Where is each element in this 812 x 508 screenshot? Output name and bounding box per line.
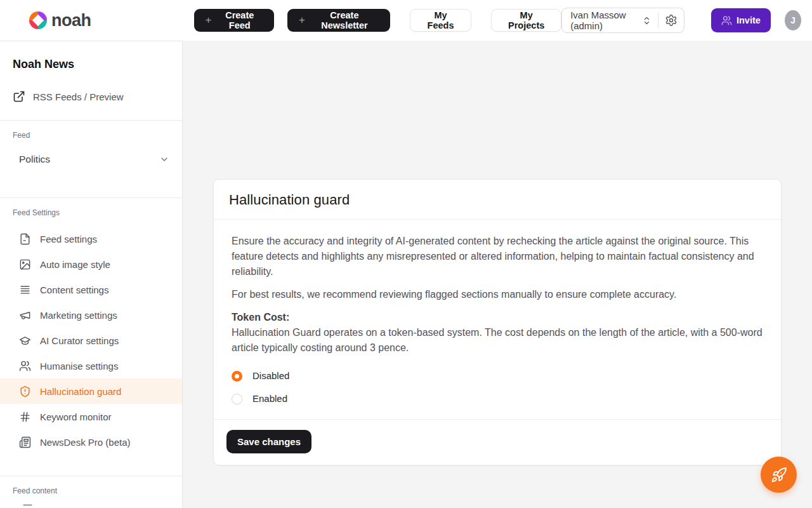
rss-preview-label: RSS Feeds / Preview: [33, 91, 124, 102]
external-link-icon: [13, 90, 25, 103]
file-icon: [19, 233, 31, 245]
sidebar: Noah News RSS Feeds / Preview Feed Polit…: [0, 41, 183, 508]
rocket-icon: [771, 467, 787, 483]
sidebar-item-ai-curator-settings[interactable]: AI Curator settings: [0, 328, 182, 353]
plus-icon: +: [299, 14, 305, 27]
sidebar-item-label: NewsDesk Pro (beta): [40, 437, 131, 448]
graduation-cap-icon: [19, 335, 31, 347]
section-label-feed-content: Feed content: [13, 486, 182, 495]
description-paragraph-2: For best results, we recommend reviewing…: [232, 287, 763, 302]
create-newsletter-label: Create Newsletter: [310, 10, 379, 30]
my-projects-label: My Projects: [503, 10, 549, 30]
sidebar-item-label: Keyword monitor: [40, 411, 112, 422]
divider: [0, 197, 182, 198]
shield-alert-icon: [19, 385, 31, 398]
create-feed-label: Create Feed: [216, 10, 263, 30]
invite-button[interactable]: Invite: [711, 8, 771, 32]
user-select[interactable]: Ivan Massow (admin): [561, 8, 684, 33]
sidebar-item-label: Content settings: [40, 284, 108, 295]
sidebar-item-feed-settings[interactable]: Feed settings: [0, 226, 182, 251]
topbar: noah + Create Feed + Create Newsletter M…: [0, 0, 812, 41]
sidebar-item-label: Feed settings: [40, 234, 97, 244]
divider: [658, 13, 658, 28]
rocket-fab-button[interactable]: [761, 457, 797, 493]
hallucination-guard-card: Hallucination guard Ensure the accuracy …: [213, 179, 782, 465]
sidebar-item-hallucination-guard[interactable]: Hallucination guard: [0, 378, 182, 404]
rows-icon: [19, 284, 31, 296]
card-footer: Save changes: [214, 419, 781, 465]
sidebar-item-marketing-settings[interactable]: Marketing settings: [0, 302, 182, 328]
save-changes-button[interactable]: Save changes: [226, 430, 311, 453]
noah-logo-text: noah: [51, 11, 91, 30]
avatar-initial: J: [790, 15, 796, 25]
avatar[interactable]: J: [785, 10, 801, 30]
feed-select[interactable]: Politics: [19, 154, 169, 165]
topbar-right-group: Ivan Massow (admin) Invite J: [561, 8, 801, 33]
token-cost-text: Hallucination Guard operates on a token-…: [232, 327, 763, 353]
feed-select-value: Politics: [19, 154, 50, 165]
divider: [0, 120, 182, 121]
my-projects-button[interactable]: My Projects: [491, 9, 561, 32]
sidebar-item-newsdesk-pro[interactable]: NewsDesk Pro (beta): [0, 429, 182, 455]
invite-label: Invite: [737, 15, 761, 25]
noah-logo-icon: [29, 11, 47, 29]
card-header: Hallucination guard: [214, 180, 781, 220]
chevrons-up-down-icon: [642, 16, 652, 25]
clipped-list-icon: [22, 504, 34, 508]
users-icon: [721, 15, 732, 26]
feed-settings-nav: Feed settings Auto image style Content s…: [0, 226, 182, 455]
sidebar-item-content-settings[interactable]: Content settings: [0, 277, 182, 302]
hash-icon: [19, 411, 31, 423]
radio-icon[interactable]: [232, 371, 242, 382]
newspaper-icon: [19, 436, 31, 448]
users-icon: [19, 360, 31, 372]
create-newsletter-button[interactable]: + Create Newsletter: [287, 9, 390, 32]
sidebar-title: Noah News: [13, 58, 182, 71]
sidebar-item-label: Marketing settings: [40, 310, 117, 321]
radio-option-disabled[interactable]: Disabled: [232, 364, 763, 387]
save-changes-label: Save changes: [237, 436, 301, 447]
app-window: noah + Create Feed + Create Newsletter M…: [0, 0, 812, 508]
radio-option-enabled[interactable]: Enabled: [232, 387, 763, 410]
card-body: Ensure the accuracy and integrity of AI-…: [214, 220, 781, 419]
section-label-feed: Feed: [13, 131, 182, 140]
sidebar-item-humanise-settings[interactable]: Humanise settings: [0, 353, 182, 378]
section-label-feed-settings: Feed Settings: [13, 208, 182, 217]
card-title: Hallucination guard: [229, 192, 766, 208]
sidebar-item-keyword-monitor[interactable]: Keyword monitor: [0, 404, 182, 429]
plus-icon: +: [206, 14, 212, 27]
radio-icon[interactable]: [232, 394, 242, 404]
sidebar-item-label: AI Curator settings: [40, 335, 119, 346]
sidebar-item-label: Auto image style: [40, 259, 110, 270]
noah-logo[interactable]: noah: [29, 11, 91, 30]
token-cost-label: Token Cost:: [232, 312, 289, 323]
create-feed-button[interactable]: + Create Feed: [194, 9, 275, 32]
main-content: Hallucination guard Ensure the accuracy …: [183, 41, 812, 508]
my-feeds-button[interactable]: My Feeds: [410, 9, 471, 32]
sidebar-item-auto-image-style[interactable]: Auto image style: [0, 251, 182, 277]
user-select-value: Ivan Massow (admin): [570, 10, 637, 31]
chevron-down-icon: [159, 154, 169, 164]
radio-label: Disabled: [252, 368, 289, 384]
megaphone-icon: [19, 309, 31, 321]
my-feeds-label: My Feeds: [422, 10, 459, 30]
guard-option-group: Disabled Enabled: [232, 364, 763, 410]
description-paragraph-1: Ensure the accuracy and integrity of AI-…: [232, 234, 763, 279]
image-icon: [19, 258, 31, 271]
sidebar-item-label: Humanise settings: [40, 361, 118, 371]
radio-label: Enabled: [252, 391, 287, 406]
sidebar-item-label: Hallucination guard: [40, 386, 121, 397]
sidebar-item-rss-preview[interactable]: RSS Feeds / Preview: [13, 90, 182, 103]
gear-icon[interactable]: [665, 14, 678, 27]
divider: [0, 476, 182, 476]
